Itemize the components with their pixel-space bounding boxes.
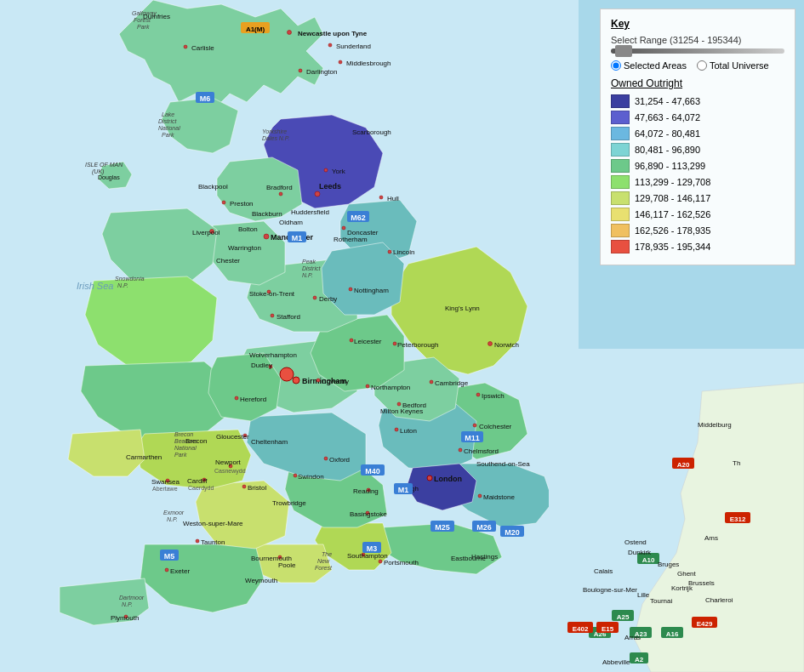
svg-text:Carlisle: Carlisle [191, 44, 214, 52]
svg-point-45 [279, 192, 282, 196]
svg-point-80 [316, 379, 320, 382]
svg-text:District: District [302, 265, 321, 271]
legend-title: Key [611, 18, 784, 30]
svg-text:Plymouth: Plymouth [111, 614, 139, 622]
svg-text:National: National [174, 445, 197, 451]
svg-point-29 [184, 45, 187, 48]
svg-point-43 [222, 201, 225, 204]
svg-text:Derby: Derby [319, 295, 337, 303]
svg-text:Gloucester: Gloucester [216, 433, 249, 441]
svg-text:London: London [434, 475, 462, 483]
svg-text:Ghent: Ghent [677, 570, 697, 578]
svg-text:N.P.: N.P. [302, 272, 313, 278]
svg-text:Hereford: Hereford [240, 396, 266, 403]
svg-text:The: The [322, 551, 332, 557]
svg-text:Dales N.P.: Dales N.P. [262, 135, 290, 141]
range-slider[interactable] [611, 48, 784, 54]
svg-point-68 [349, 288, 352, 291]
range-slider-container[interactable] [611, 48, 784, 54]
legend-item-2: 64,072 - 80,481 [611, 127, 784, 140]
svg-text:Middelburg: Middelburg [698, 421, 732, 429]
svg-text:King's Lynn: King's Lynn [445, 305, 480, 312]
svg-point-35 [339, 60, 342, 64]
radio-total-universe-label: Total Universe [710, 60, 769, 71]
svg-point-99 [395, 428, 398, 431]
legend-item-3: 80,481 - 96,890 [611, 143, 784, 157]
svg-text:ISLE OF MAN: ISLE OF MAN [85, 162, 123, 168]
svg-text:Liverpool: Liverpool [192, 229, 220, 236]
svg-point-137 [165, 568, 168, 572]
svg-text:Oldham: Oldham [279, 219, 303, 226]
legend-color-2 [611, 127, 630, 140]
svg-point-70 [271, 314, 274, 317]
svg-text:N.P.: N.P. [117, 282, 128, 288]
svg-text:M6: M6 [200, 94, 211, 103]
svg-point-152 [379, 560, 382, 563]
svg-text:Charleroi: Charleroi [705, 596, 733, 604]
svg-text:Ams: Ams [704, 534, 718, 542]
svg-text:M11: M11 [465, 434, 480, 442]
legend-items: 31,254 - 47,663 47,663 - 64,072 64,072 -… [611, 94, 784, 253]
svg-text:Kortrijk: Kortrijk [671, 584, 693, 592]
legend-label-6: 129,708 - 146,117 [635, 193, 710, 203]
svg-text:Bradford: Bradford [266, 184, 293, 191]
svg-point-38 [324, 168, 328, 172]
svg-point-88 [476, 393, 480, 396]
svg-text:Dunkirk: Dunkirk [628, 549, 652, 556]
svg-point-124 [294, 474, 297, 477]
svg-text:Dartmoor: Dartmoor [119, 595, 145, 601]
svg-text:Leeds: Leeds [319, 182, 341, 191]
uk-map: Yorkshire Dales N.P. Peak District N.P. … [0, 0, 579, 672]
svg-text:E429: E429 [697, 620, 713, 628]
svg-text:Exeter: Exeter [170, 567, 190, 575]
svg-text:Boulogne-sur-Mer: Boulogne-sur-Mer [583, 586, 637, 594]
svg-text:Park: Park [174, 452, 187, 458]
legend-item-6: 129,708 - 146,117 [611, 191, 784, 205]
svg-text:Ipswich: Ipswich [482, 392, 505, 400]
legend-color-9 [611, 240, 630, 253]
svg-point-114 [478, 494, 482, 498]
legend-category-title: Owned Outright [611, 77, 784, 89]
svg-text:National: National [158, 125, 180, 131]
range-slider-thumb[interactable] [615, 45, 632, 57]
legend-color-1 [611, 111, 630, 124]
svg-text:Stoke-on-Trent: Stoke-on-Trent [249, 290, 295, 298]
legend-label-2: 64,072 - 80,481 [635, 128, 700, 139]
svg-text:Oxford: Oxford [329, 456, 350, 464]
svg-text:Nottingham: Nottingham [354, 287, 389, 294]
svg-text:E15: E15 [602, 625, 614, 633]
svg-text:Caerdydd: Caerdydd [188, 485, 214, 492]
svg-text:A25: A25 [617, 613, 630, 621]
svg-text:M1: M1 [292, 234, 303, 242]
svg-point-1 [280, 367, 294, 381]
svg-text:Wolverhampton: Wolverhampton [249, 351, 297, 359]
svg-text:Dudley: Dudley [251, 362, 272, 369]
svg-text:Dumfries: Dumfries [143, 13, 170, 20]
svg-point-47 [315, 191, 320, 196]
svg-text:A10: A10 [642, 556, 655, 564]
legend-label-9: 178,935 - 195,344 [635, 242, 710, 252]
svg-text:Swindon: Swindon [298, 473, 324, 481]
svg-text:Southampton: Southampton [347, 552, 388, 560]
legend-color-0 [611, 94, 630, 108]
radio-selected-areas[interactable]: Selected Areas [611, 60, 687, 71]
svg-text:A2: A2 [635, 656, 644, 663]
legend-item-4: 96,890 - 113,299 [611, 159, 784, 173]
svg-text:M3: M3 [367, 544, 378, 553]
svg-text:Peak: Peak [302, 259, 316, 265]
svg-text:Forest: Forest [315, 565, 333, 571]
legend-color-6 [611, 191, 630, 205]
legend-color-5 [611, 175, 630, 189]
svg-text:Poole: Poole [278, 561, 296, 569]
svg-point-57 [264, 234, 269, 239]
legend-item-8: 162,526 - 178,935 [611, 224, 784, 237]
svg-text:Sunderland: Sunderland [336, 43, 371, 50]
svg-point-33 [299, 69, 302, 72]
svg-text:Swansea: Swansea [151, 478, 180, 486]
radio-total-universe[interactable]: Total Universe [697, 60, 769, 71]
svg-text:Luton: Luton [400, 427, 417, 435]
svg-text:Newport: Newport [215, 458, 242, 466]
svg-text:Bruges: Bruges [658, 561, 679, 568]
svg-text:Blackpool: Blackpool [198, 183, 228, 191]
svg-point-66 [313, 296, 316, 299]
